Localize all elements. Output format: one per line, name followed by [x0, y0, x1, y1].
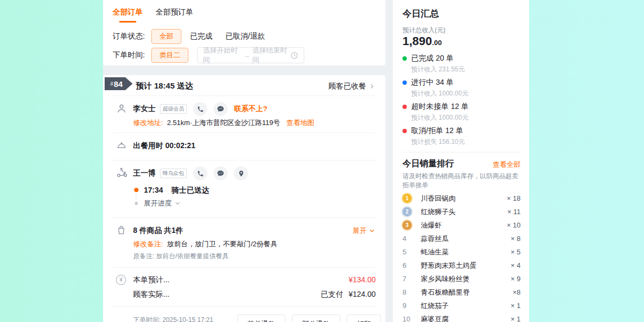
message-icon	[217, 170, 224, 177]
stat-item: 超时未接单 12 单 预计收入 1000.00元	[402, 102, 521, 126]
goods-expand-label: 展开	[353, 226, 367, 236]
divider	[113, 160, 376, 160]
sales-ranking-list: 1 川香回锅肉 × 18 2 红烧狮子头 × 11 3 油爆虾 × 10 4 蒜…	[402, 192, 521, 322]
status-option[interactable]: 已取消/退款	[225, 32, 265, 40]
rank-medal-icon: 10	[402, 314, 413, 322]
chevron-down-icon	[368, 227, 376, 235]
ranking-row: 4 蒜蓉丝瓜 × 8	[402, 232, 521, 245]
expand-progress-toggle[interactable]: 展开进度	[144, 199, 181, 208]
income-integer: 1,890	[402, 34, 432, 48]
goods-summary: 8 件商品 共1件	[133, 226, 183, 236]
goods-summary-row: 8 件商品 共1件	[133, 225, 183, 236]
chevron-right-icon	[368, 83, 376, 90]
divider	[113, 217, 376, 218]
rank-medal-icon: 4	[402, 234, 413, 243]
meal-time-row: 出餐用时 00:02:21	[133, 141, 195, 151]
status-filter-all-button[interactable]: 全部	[151, 29, 181, 44]
rider-badge: 蜂鸟众包	[160, 169, 187, 178]
message-rider-button[interactable]	[214, 166, 228, 180]
customer-icon	[116, 103, 127, 114]
dish-name: 油爆虾	[421, 221, 507, 230]
order-number-hash: #	[110, 81, 113, 87]
dish-name: 红烧茄子	[421, 301, 511, 311]
divider	[113, 96, 376, 96]
view-all-link[interactable]: 查看全部	[493, 160, 521, 170]
order-detail-card: # 84 预计 18:45 送达 顾客已收餐 李女士 超级会员 联系不上? 修改…	[103, 75, 385, 322]
rank-medal-icon: 3	[402, 221, 413, 230]
rank-medal-icon: 6	[402, 261, 413, 270]
rank-medal-icon: 2	[402, 207, 413, 216]
phone-icon	[197, 106, 204, 113]
order-action-button[interactable]: 部分退款	[292, 314, 340, 322]
stat-sub: 预计收入 231.55元	[402, 65, 521, 74]
message-icon	[217, 105, 224, 113]
range-arrow: →	[243, 52, 250, 60]
order-dashboard: 全部订单 全部预订单 订单状态: 全部 已完成已取消/退款 下单时间: 类目二 …	[0, 0, 644, 322]
status-option[interactable]: 已完成	[190, 32, 213, 40]
view-map-link[interactable]: 查看地图	[287, 119, 314, 127]
stat-sub: 预计收入 1000.00元	[402, 113, 521, 122]
paid-amount: ¥124.00	[348, 290, 376, 298]
order-status-link[interactable]: 顾客已收餐	[328, 82, 376, 91]
price-yuan-icon: ¥	[116, 275, 126, 285]
rider-location-button[interactable]	[234, 166, 248, 180]
tab-all-orders[interactable]: 全部订单	[113, 8, 143, 23]
divider	[402, 152, 521, 152]
dish-name: 蒜蓉丝瓜	[421, 234, 511, 244]
call-rider-button[interactable]	[193, 166, 207, 180]
dish-count: × 10	[507, 221, 521, 229]
address-row: 修改地址: 2.51km·上海市普陀区金沙江路119号 查看地图	[133, 118, 314, 128]
stat-label: 超时未接单 12 单	[411, 102, 469, 112]
stat-item: 取消/拒单 12 单 预计损失 156.10元	[402, 126, 521, 150]
divider	[113, 306, 376, 307]
order-filter-card: 全部订单 全部预订单 订单状态: 全部 已完成已取消/退款 下单时间: 类目二 …	[103, 0, 385, 65]
stat-label: 进行中 34 单	[411, 78, 453, 87]
dish-name: 青石板糖醋里脊	[421, 288, 513, 297]
dish-name: 川香回锅肉	[421, 194, 507, 203]
phone-icon	[197, 170, 204, 177]
ranking-row: 8 青石板糖醋里脊 ×8	[402, 286, 521, 299]
order-number: 84	[114, 79, 123, 89]
order-action-button[interactable]: 整单退款	[237, 314, 286, 322]
start-time-placeholder: 选择开始时间	[203, 46, 241, 65]
vip-badge: 超级会员	[160, 104, 187, 114]
timeline-connector	[136, 194, 136, 200]
time-category-button[interactable]: 类目二	[151, 48, 188, 63]
ranking-row: 1 川香回锅肉 × 18	[402, 192, 521, 205]
goods-expand-toggle[interactable]: 展开	[353, 226, 376, 236]
clock-icon	[290, 52, 298, 60]
status-dot	[402, 129, 407, 133]
timeline-current-dot	[134, 188, 138, 192]
order-status-filter-row: 订单状态: 全部 已完成已取消/退款	[113, 29, 278, 44]
income-label: 预计总收入(元)	[402, 26, 445, 35]
date-range-picker[interactable]: 选择开始时间 → 选择结束时间	[197, 47, 304, 63]
unreachable-link[interactable]: 联系不上?	[234, 104, 267, 114]
actual-label: 顾客实际...	[133, 290, 170, 299]
timeline-past-dot	[135, 202, 138, 205]
tab-all-preorders[interactable]: 全部预订单	[156, 8, 193, 23]
customer-address: 2.51km·上海市普陀区金沙江路119号	[167, 119, 280, 127]
dish-name: 家乡风味粉丝煲	[421, 274, 511, 284]
dish-count: × 5	[511, 248, 521, 256]
order-status-label: 订单状态:	[113, 32, 145, 41]
order-time-label: 下单时间:	[113, 50, 145, 60]
stat-item: 已完成 20 单 预计收入 231.55元	[402, 54, 521, 78]
order-action-button[interactable]: 打印	[347, 314, 381, 322]
rider-icon	[116, 166, 128, 179]
dish-count: × 11	[507, 208, 521, 216]
rank-medal-icon: 7	[402, 274, 413, 283]
ranking-row: 9 红烧茄子 × 1	[402, 299, 521, 312]
expand-progress-label: 展开进度	[144, 199, 172, 208]
call-customer-button[interactable]	[193, 102, 207, 116]
dish-name: 野葱肉末郑土鸡蛋	[421, 261, 511, 270]
message-customer-button[interactable]	[214, 102, 228, 116]
paid-amount-row: 已支付 ¥124.00	[321, 290, 376, 299]
rank-medal-icon: 1	[402, 194, 413, 203]
timeline-event: 17:34 骑士已送达	[144, 186, 209, 195]
modified-note-label: 修改备注:	[133, 240, 163, 248]
edit-address-link[interactable]: 修改地址:	[133, 119, 163, 127]
original-note: 原备注: 放前台/依据餐量提供餐具	[133, 252, 229, 261]
dish-count: × 9	[511, 275, 521, 283]
event-time: 17:34	[144, 186, 163, 194]
ranking-row: 6 野葱肉末郑土鸡蛋 × 4	[402, 259, 521, 272]
